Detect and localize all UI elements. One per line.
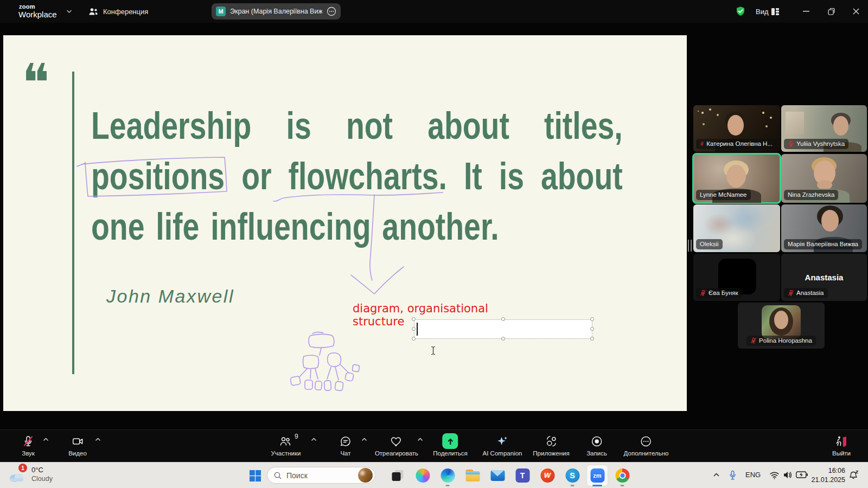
textbox-resize-handle[interactable] [412, 327, 416, 331]
quote-line-2: positions or flowcharts. It is about [91, 152, 623, 201]
participant-tile[interactable]: Nina Zrazhevska [781, 154, 867, 203]
tray-clock[interactable]: 16:06 21.01.2025 [803, 466, 845, 485]
textbox-resize-handle[interactable] [590, 317, 594, 321]
slide-textbox[interactable] [414, 319, 592, 339]
share-screen-button[interactable]: Поделиться [433, 434, 468, 457]
reactions-options-chevron[interactable] [417, 438, 423, 441]
tab-avatar: M [216, 7, 226, 16]
zoom-app-icon[interactable]: zm [590, 468, 605, 483]
reactions-button[interactable]: Отреагировать [375, 434, 418, 457]
close-button[interactable] [848, 4, 864, 19]
search-highlight-image[interactable] [358, 468, 373, 483]
participant-name: Polina Horopashna [759, 337, 812, 344]
apps-button[interactable]: Приложения [533, 434, 569, 457]
participant-tile[interactable]: Yuliia Vyshnytska [781, 105, 867, 152]
panel-resize-handle[interactable] [688, 240, 692, 252]
wps-office-icon[interactable]: W [540, 468, 555, 483]
participants-options-chevron[interactable] [311, 438, 317, 441]
participant-tile[interactable]: Oleksii [693, 204, 780, 252]
textbox-resize-handle[interactable] [501, 317, 505, 321]
participants-button[interactable]: 9 Участники [271, 434, 301, 457]
heart-icon [390, 434, 403, 448]
video-button[interactable]: Видео [68, 434, 87, 457]
security-shield-icon[interactable] [735, 6, 746, 17]
participant-tile[interactable]: Катерина Олегівна Н... [693, 105, 780, 152]
more-label: Дополнительно [624, 450, 669, 457]
skype-icon[interactable]: S [565, 468, 580, 483]
chat-button[interactable]: Чат [339, 434, 352, 457]
textbox-resize-handle[interactable] [590, 327, 594, 331]
file-explorer-icon[interactable] [465, 468, 480, 483]
participant-name: Nina Zrazhevska [788, 191, 834, 198]
leave-label: Выйти [832, 450, 851, 457]
ibeam-cursor-icon [430, 346, 436, 355]
taskbar-search[interactable]: Поиск [267, 467, 375, 484]
running-app-indicator [621, 485, 624, 486]
mic-muted-icon [750, 337, 757, 344]
participant-tile[interactable]: Марія Валеріївна Вижва [781, 204, 867, 252]
volume-icon[interactable] [783, 471, 793, 479]
mic-muted-icon [788, 290, 794, 296]
textbox-resize-handle[interactable] [590, 337, 594, 341]
textbox-resize-handle[interactable] [501, 337, 505, 341]
participant-tile-active-speaker[interactable]: Lynne McNamee [693, 154, 780, 203]
copilot-icon[interactable] [416, 468, 430, 483]
tray-language[interactable]: ENG [745, 471, 761, 479]
restore-button[interactable] [823, 4, 839, 19]
mail-icon[interactable] [490, 468, 505, 483]
video-options-chevron[interactable] [95, 438, 101, 441]
participant-name: Yuliia Vyshnytska [796, 140, 845, 147]
more-ellipsis-icon [640, 434, 653, 448]
participants-label: Участники [271, 450, 301, 457]
edge-icon[interactable] [441, 468, 455, 483]
camera-icon [71, 434, 84, 448]
share-label: Поделиться [433, 450, 468, 457]
workspace-chevron-down-icon[interactable] [66, 9, 72, 14]
view-menu[interactable]: Вид [756, 8, 769, 16]
participants-icon: 9 [279, 434, 293, 448]
task-view-icon[interactable] [391, 468, 405, 483]
notification-bell-icon[interactable] [849, 470, 859, 481]
participant-tile[interactable]: Єва Буняк [693, 254, 780, 301]
participant-label: Nina Zrazhevska [784, 190, 838, 200]
ai-companion-button[interactable]: AI Companion [483, 434, 522, 457]
leave-door-icon [834, 434, 848, 448]
more-button[interactable]: Дополнительно [624, 434, 669, 457]
participant-name: Oleksii [700, 240, 719, 248]
reactions-label: Отреагировать [375, 450, 418, 457]
tab-conference[interactable]: Конференция [88, 5, 148, 18]
tab-more-icon[interactable] [327, 7, 336, 16]
layout-grid-icon[interactable] [771, 8, 780, 16]
textbox-resize-handle[interactable] [412, 337, 416, 341]
textbox-resize-handle[interactable] [412, 317, 416, 321]
meeting-toolbar: Звук Видео 9 Участники [0, 429, 868, 463]
participant-name: Anastasia [796, 289, 824, 297]
chrome-icon[interactable] [615, 468, 630, 483]
tab-screen-share[interactable]: M Экран (Марія Валеріївна Вижва [212, 3, 341, 20]
participant-name: Марія Валеріївна Вижва [788, 240, 858, 248]
notification-badge: 1 [18, 464, 27, 472]
tray-time: 16:06 [803, 466, 845, 476]
chat-options-chevron[interactable] [361, 438, 367, 441]
sparkle-icon [496, 434, 509, 448]
audio-button[interactable]: Звук [22, 434, 35, 457]
tray-expand-chevron-icon[interactable] [713, 472, 720, 477]
participant-label: Lynne McNamee [696, 190, 751, 200]
tab-conference-label: Конференция [103, 8, 148, 16]
teams-icon[interactable]: T [515, 468, 530, 483]
audio-options-chevron[interactable] [43, 438, 49, 441]
mic-muted-icon [700, 140, 704, 147]
ai-companion-label: AI Companion [483, 450, 522, 457]
quote-line-1: Leadership is not about titles, [91, 101, 623, 150]
participant-label: Yuliia Vyshnytska [784, 139, 848, 149]
record-button[interactable]: Запись [586, 434, 607, 457]
minimize-button[interactable] [798, 4, 814, 19]
quote-vertical-rule [72, 72, 74, 374]
windows-start-button[interactable] [250, 470, 261, 481]
leave-button[interactable]: Выйти [832, 434, 851, 457]
participant-tile[interactable]: Polina Horopashna [738, 303, 825, 349]
tray-mic-icon[interactable] [729, 470, 737, 481]
wifi-icon[interactable] [769, 471, 780, 479]
tab-screen-title: Экран (Марія Валеріївна Вижва [230, 8, 322, 15]
participant-tile[interactable]: Anastasia Anastasia [781, 254, 867, 301]
